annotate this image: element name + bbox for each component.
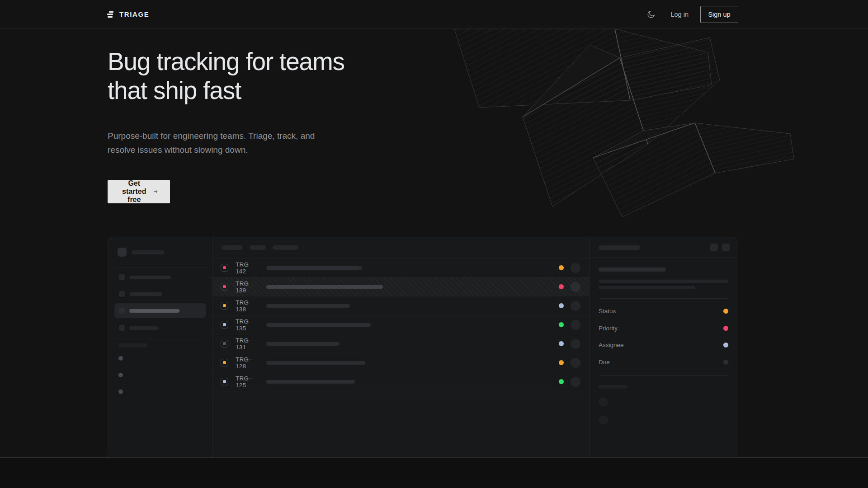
sidebar-divider <box>114 339 206 339</box>
issue-checkbox-icon <box>221 378 228 385</box>
issue-type-color <box>223 380 226 383</box>
issue-status-dot <box>559 265 564 270</box>
panel-buttons <box>710 244 730 251</box>
theme-toggle-moon-icon[interactable] <box>643 7 659 22</box>
panel-divider <box>599 298 728 299</box>
get-started-label: Get started free <box>120 179 148 204</box>
issue-type-color <box>223 342 226 345</box>
issue-avatar <box>571 301 580 311</box>
panel-field-row: Status <box>599 303 728 320</box>
panel-field-row: Due <box>599 354 728 371</box>
panel-field-label: Due <box>599 359 610 366</box>
issue-title-skeleton <box>266 323 371 327</box>
panel-field-label: Assignee <box>599 342 624 348</box>
sidebar-item-skeleton <box>119 291 162 297</box>
issue-avatar <box>571 358 580 368</box>
activity-avatar-skeleton <box>599 415 608 425</box>
brand-name: TRIAGE <box>119 10 149 18</box>
activity-avatar-skeleton <box>599 397 608 407</box>
mockup-detail-panel: Status Priority Assignee Due <box>590 237 737 457</box>
issue-title-skeleton <box>266 304 350 308</box>
panel-fields: Status Priority Assignee Due <box>599 303 728 371</box>
sidebar-item-icon <box>119 308 125 314</box>
panel-header <box>590 237 737 258</box>
issue-checkbox-icon <box>221 283 228 291</box>
issue-avatar <box>571 263 580 273</box>
activity-skeleton <box>599 385 628 389</box>
issue-id: TRG–138 <box>236 299 259 313</box>
get-started-button[interactable]: Get started free <box>108 180 170 203</box>
sidebar-dot <box>118 356 123 361</box>
sidebar-item-icon <box>119 274 125 280</box>
panel-divider <box>599 375 728 375</box>
login-link[interactable]: Log in <box>670 11 689 18</box>
workspace-name-skeleton <box>132 250 165 254</box>
issue-list-header <box>213 237 589 258</box>
issue-status-dot <box>559 360 564 365</box>
issue-avatar <box>571 339 580 349</box>
issue-id: TRG–128 <box>236 356 259 370</box>
filter-skeleton <box>250 245 266 250</box>
issue-title-skeleton <box>266 361 365 365</box>
panel-button-skeleton <box>722 244 730 251</box>
description-skeleton <box>599 286 695 289</box>
slab-top <box>454 29 712 108</box>
sidebar-dot <box>118 389 123 394</box>
issue-type-color <box>223 285 226 288</box>
sidebar-divider <box>114 267 206 267</box>
top-nav: TRIAGE Log in Sign up <box>0 0 868 29</box>
sidebar-item-icon <box>119 291 125 297</box>
sidebar-item-skeleton <box>119 274 171 280</box>
issue-rows: TRG–142 TRG–139 TRG–138 TRG–135 <box>213 258 589 391</box>
issue-avatar <box>571 377 580 387</box>
signup-button[interactable]: Sign up <box>700 6 738 23</box>
issue-type-color <box>223 361 226 364</box>
sidebar-dot <box>118 373 123 377</box>
issue-id: TRG–131 <box>236 337 259 351</box>
panel-field-dot <box>723 343 728 347</box>
issue-checkbox-icon <box>221 340 228 347</box>
slab-bottom <box>593 123 794 217</box>
issue-row: TRG–128 <box>213 353 589 372</box>
app-mockup-card: TRG–142 TRG–139 TRG–138 TRG–135 <box>108 237 737 457</box>
issue-status-dot <box>559 284 564 289</box>
footer-band <box>0 457 868 488</box>
brand-logo[interactable]: TRIAGE <box>107 10 149 18</box>
issue-avatar <box>571 320 580 330</box>
description-skeleton <box>599 280 728 283</box>
panel-button-skeleton <box>710 244 718 251</box>
filter-skeleton <box>222 245 243 250</box>
issue-checkbox-icon <box>221 359 228 366</box>
issue-type-color <box>223 266 226 269</box>
issue-row: TRG–135 <box>213 315 589 334</box>
issue-row: TRG–139 <box>213 277 589 296</box>
nav-actions: Log in Sign up <box>643 6 738 23</box>
issue-status-dot <box>559 322 564 327</box>
issue-id: TRG–135 <box>236 318 259 332</box>
panel-field-label: Status <box>599 308 616 314</box>
filter-skeleton <box>273 245 298 250</box>
panel-field-row: Priority <box>599 320 728 337</box>
issue-row: TRG–138 <box>213 296 589 315</box>
issue-checkbox-icon <box>221 264 228 272</box>
sidebar-item-icon <box>119 325 125 331</box>
sidebar-active-item-content <box>119 308 179 314</box>
sidebar-item-skeleton <box>119 325 158 331</box>
issue-title-skeleton <box>266 380 355 384</box>
panel-field-row: Assignee <box>599 337 728 354</box>
issue-row: TRG–131 <box>213 334 589 353</box>
hero-subtitle: Purpose-built for engineering teams. Tri… <box>108 129 325 157</box>
page-title-line1: Bug tracking for teams <box>108 47 451 76</box>
issue-status-dot <box>559 303 564 308</box>
issue-type-color <box>223 304 226 307</box>
panel-field-dot <box>723 309 728 314</box>
mockup-issue-list: TRG–142 TRG–139 TRG–138 TRG–135 <box>213 237 590 457</box>
arrow-right-icon <box>154 188 158 195</box>
issue-row: TRG–125 <box>213 372 589 391</box>
issue-title-skeleton <box>266 342 340 346</box>
workspace-avatar <box>118 248 127 257</box>
issue-id: TRG–142 <box>236 261 259 275</box>
issue-row: TRG–142 <box>213 258 589 277</box>
issue-title-skeleton <box>599 267 666 272</box>
issue-status-dot <box>559 341 564 346</box>
